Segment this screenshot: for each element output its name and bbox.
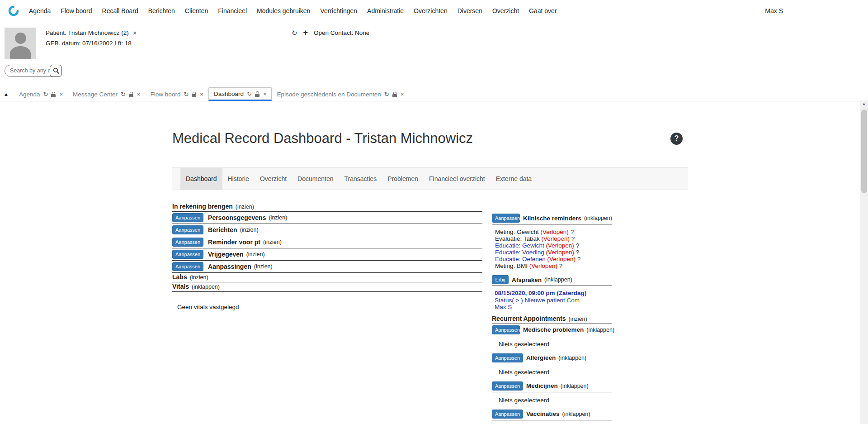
- unlock-icon[interactable]: [129, 91, 134, 98]
- reminder-help-link[interactable]: ?: [576, 249, 580, 256]
- reminder-link[interactable]: Educatie: Oefenen: [495, 256, 546, 262]
- nav-item-gaat-over[interactable]: Gaat over: [529, 7, 557, 14]
- expand-link[interactable]: (inzien): [263, 239, 282, 245]
- tab-externe-data[interactable]: Externe data: [491, 168, 537, 190]
- close-icon[interactable]: ×: [200, 91, 203, 97]
- workspace-tab-message-center[interactable]: Message Center ↻ ×: [68, 88, 146, 101]
- reminder-help-link[interactable]: ?: [571, 229, 574, 235]
- nav-item-recall-board[interactable]: Recall Board: [102, 7, 138, 14]
- refresh-icon[interactable]: ↻: [184, 91, 189, 97]
- appointment-provider-link[interactable]: Max S: [495, 304, 612, 311]
- refresh-icon[interactable]: ↻: [384, 91, 389, 97]
- collapse-link[interactable]: (inklappen): [584, 215, 612, 221]
- expand-link[interactable]: (inzien): [240, 227, 259, 233]
- nav-item-financieel[interactable]: Financieel: [218, 7, 247, 14]
- unlock-icon[interactable]: [51, 91, 56, 98]
- reminder-help-link[interactable]: ?: [559, 262, 563, 269]
- edit-button[interactable]: Aanpassen: [172, 238, 203, 247]
- unlock-icon[interactable]: [192, 91, 197, 98]
- tab-transacties[interactable]: Transacties: [339, 168, 382, 190]
- nav-item-agenda[interactable]: Agenda: [29, 7, 51, 14]
- card-row-reminder-voor-pt: Aanpassen Reminder voor pt (inzien): [172, 236, 482, 248]
- nav-item-administratie[interactable]: Administratie: [367, 7, 404, 14]
- collapse-link[interactable]: (inklappen): [544, 276, 572, 283]
- edit-button[interactable]: Aanpassen: [492, 381, 523, 391]
- nav-item-modules-gebruiken[interactable]: Modules gebruiken: [257, 7, 310, 14]
- collapse-link[interactable]: (inklappen): [558, 355, 586, 361]
- collapse-link[interactable]: (inklappen): [561, 383, 589, 389]
- add-contact-icon[interactable]: +: [303, 29, 308, 37]
- collapse-link[interactable]: (inklappen): [586, 327, 614, 333]
- nav-item-overzicht[interactable]: Overzicht: [492, 7, 519, 14]
- edit-button[interactable]: Aanpassen: [172, 262, 203, 271]
- expand-link[interactable]: (inzien): [236, 204, 254, 210]
- expand-link[interactable]: (inzien): [246, 251, 265, 257]
- collapse-link[interactable]: (inklappen): [562, 411, 590, 417]
- add-appointment-button[interactable]: Erbij: [492, 275, 509, 284]
- vertical-scrollbar[interactable]: ▲: [860, 100, 868, 424]
- expand-link[interactable]: (inzien): [190, 274, 208, 281]
- tab-problemen[interactable]: Problemen: [382, 168, 424, 190]
- scroll-up-icon[interactable]: ▲: [862, 102, 866, 106]
- edit-button[interactable]: Aanpassen: [172, 225, 203, 234]
- patient-name-label: Patiënt: Tristan Michnowicz (2): [46, 29, 129, 36]
- unlock-icon[interactable]: [255, 91, 260, 97]
- tab-label: Flow boord: [151, 91, 181, 98]
- edit-button[interactable]: Aanpassen: [492, 214, 520, 223]
- nav-item-clienten[interactable]: Clienten: [185, 7, 208, 14]
- section-header-vitals: Vitals (inklappen): [172, 282, 482, 292]
- help-icon[interactable]: ?: [670, 133, 683, 145]
- workspace-tab-flow-boord[interactable]: Flow boord ↻ ×: [146, 88, 208, 101]
- expand-link[interactable]: (inzien): [269, 214, 287, 221]
- reminder-help-link[interactable]: ?: [576, 242, 580, 249]
- app-logo-icon[interactable]: [8, 5, 19, 16]
- edit-button[interactable]: Aanpassen: [172, 250, 203, 259]
- workspace-tab-dashboard[interactable]: Dashboard ↻ ×: [208, 87, 272, 101]
- scrollbar-thumb[interactable]: [861, 110, 867, 193]
- nav-item-berichten[interactable]: Berichten: [148, 7, 175, 14]
- nav-item-verrichtingen[interactable]: Verrichtingen: [320, 7, 357, 14]
- expand-link[interactable]: (inzien): [254, 263, 273, 270]
- refresh-contact-icon[interactable]: ↻: [292, 29, 297, 36]
- tab-historie[interactable]: Historie: [222, 168, 255, 190]
- collapse-tabs-icon[interactable]: ▲: [4, 91, 9, 97]
- user-menu[interactable]: Max S: [765, 7, 783, 14]
- dashboard-tabstrip: Dashboard Historie Overzicht Documenten …: [172, 167, 688, 190]
- unlock-icon[interactable]: [392, 91, 397, 98]
- patient-header: Patiënt: Tristan Michnowicz (2) × GEB. d…: [0, 22, 868, 63]
- close-patient-icon[interactable]: ×: [133, 30, 137, 36]
- refresh-icon[interactable]: ↻: [121, 91, 126, 97]
- refresh-icon[interactable]: ↻: [43, 91, 48, 97]
- tab-overzicht[interactable]: Overzicht: [255, 168, 292, 190]
- close-icon[interactable]: ×: [59, 91, 63, 97]
- workspace-tab-episode-geschiedenis[interactable]: Episode geschiedenis en Documenten ↻ ×: [272, 88, 409, 101]
- refresh-icon[interactable]: ↻: [247, 91, 252, 97]
- nav-item-flow-boord[interactable]: Flow boord: [61, 7, 92, 14]
- close-icon[interactable]: ×: [401, 91, 404, 97]
- expand-link[interactable]: (inzien): [569, 316, 587, 322]
- tab-dashboard[interactable]: Dashboard: [180, 168, 222, 190]
- open-contact-label: Open Contact: None: [314, 29, 369, 36]
- reminder-help-link[interactable]: ?: [571, 235, 575, 242]
- appointment-date-link[interactable]: 08/15/2020, 09:00 pm (Zaterdag): [495, 290, 612, 297]
- search-button[interactable]: [50, 65, 62, 77]
- section-header-billing: In rekening brengen (inzien): [172, 202, 482, 212]
- overdue-badge: (Verlopen): [547, 256, 576, 262]
- tab-financieel-overzicht[interactable]: Financieel overzicht: [424, 168, 491, 190]
- reminder-help-link[interactable]: ?: [577, 256, 581, 262]
- card-row-vrijgegeven: Aanpassen Vrijgegeven (inzien): [172, 248, 482, 261]
- close-icon[interactable]: ×: [137, 91, 141, 97]
- edit-button[interactable]: Aanpassen: [172, 213, 203, 222]
- edit-button[interactable]: Aanpassen: [492, 410, 523, 419]
- nav-item-diversen[interactable]: Diversen: [458, 7, 482, 14]
- tab-documenten[interactable]: Documenten: [292, 168, 339, 190]
- workspace-tab-agenda[interactable]: Agenda ↻ ×: [14, 88, 68, 101]
- close-icon[interactable]: ×: [263, 91, 267, 97]
- nav-item-overzichten[interactable]: Overzichten: [414, 7, 448, 14]
- reminder-link[interactable]: Educatie: Gewicht: [495, 242, 544, 249]
- edit-button[interactable]: Aanpassen: [492, 353, 523, 362]
- appointment-status-link[interactable]: Status( > ) Nieuwe patient: [495, 297, 565, 304]
- reminder-link[interactable]: Educatie: Voeding: [495, 249, 544, 256]
- collapse-link[interactable]: (inklappen): [192, 284, 220, 290]
- edit-button[interactable]: Aanpassen: [492, 325, 520, 334]
